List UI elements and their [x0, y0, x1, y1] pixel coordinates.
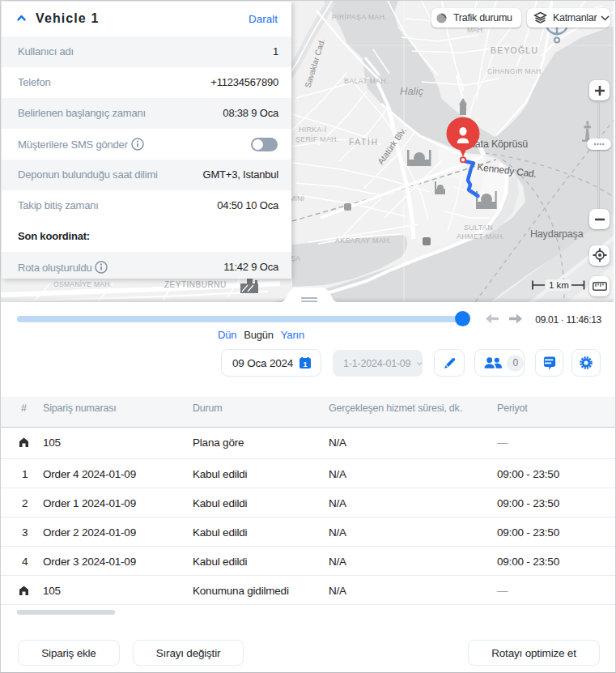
svg-text:ZEYTINBURNU: ZEYTINBURNU	[164, 280, 227, 289]
svg-text:1 km: 1 km	[549, 280, 569, 290]
svg-text:BEYOĞLU: BEYOĞLU	[491, 45, 538, 55]
svg-text:ŞERİF MAH.: ŞERİF MAH.	[295, 135, 339, 143]
svg-text:SULTAN: SULTAN	[464, 224, 493, 232]
svg-text:OSMANİYE MAH.: OSMANİYE MAH.	[53, 280, 112, 288]
svg-text:FATİH: FATİH	[349, 137, 378, 147]
svg-text:HIRKA-İ: HIRKA-İ	[299, 126, 326, 134]
svg-text:Haliç: Haliç	[400, 85, 423, 97]
svg-text:AHMET MAH.: AHMET MAH.	[457, 232, 504, 241]
svg-text:PİRİPAŞA MAH.: PİRİPAŞA MAH.	[332, 13, 387, 21]
svg-text:Haydarpaşa: Haydarpaşa	[530, 228, 584, 240]
svg-text:CİHANGİR MAH.: CİHANGİR MAH.	[487, 67, 543, 75]
svg-text:AKSARAY MAH.: AKSARAY MAH.	[335, 236, 391, 245]
svg-text:1: 1	[304, 360, 308, 368]
svg-text:BALAT MAH.: BALAT MAH.	[344, 77, 389, 85]
